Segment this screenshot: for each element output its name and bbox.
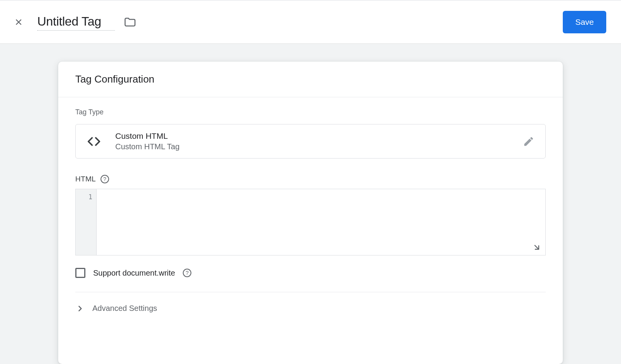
svg-line-0 (535, 245, 539, 249)
code-icon (87, 134, 101, 149)
content-area: Tag Configuration Tag Type Custom HTML C… (0, 44, 621, 364)
support-document-write-row: Support document.write ? (75, 268, 546, 292)
tag-type-text: Custom HTML Custom HTML Tag (115, 131, 523, 151)
title-container (37, 14, 563, 31)
editor-gutter: 1 (76, 189, 97, 255)
advanced-settings-label: Advanced Settings (92, 304, 157, 313)
html-help-button[interactable]: ? (101, 175, 109, 183)
html-code-editor[interactable]: 1 (75, 189, 546, 255)
advanced-settings-toggle[interactable]: Advanced Settings (75, 292, 546, 324)
card-body: Tag Type Custom HTML Custom HTML Tag HTM… (58, 97, 563, 324)
close-icon (14, 17, 24, 27)
card-header: Tag Configuration (58, 62, 563, 97)
tag-configuration-card: Tag Configuration Tag Type Custom HTML C… (58, 62, 563, 364)
save-button[interactable]: Save (563, 11, 606, 33)
editor-resize-handle[interactable] (532, 243, 541, 252)
tag-type-selector[interactable]: Custom HTML Custom HTML Tag (75, 124, 546, 159)
document-write-help-button[interactable]: ? (183, 269, 191, 277)
tag-type-label: Tag Type (75, 108, 546, 116)
edit-tag-type-button[interactable] (523, 136, 534, 147)
html-label-row: HTML ? (75, 175, 546, 183)
tag-type-description: Custom HTML Tag (115, 142, 523, 151)
line-number: 1 (76, 193, 92, 201)
tag-type-name: Custom HTML (115, 131, 523, 141)
close-button[interactable] (9, 13, 28, 31)
support-document-write-label: Support document.write (93, 269, 175, 278)
folder-button[interactable] (123, 16, 137, 29)
html-section-label: HTML (75, 175, 96, 183)
chevron-right-icon (76, 305, 84, 312)
help-icon: ? (186, 270, 189, 276)
support-document-write-checkbox[interactable] (75, 268, 85, 278)
tag-name-input[interactable] (37, 14, 115, 31)
help-icon: ? (103, 176, 106, 182)
header-bar: Save (0, 0, 621, 44)
folder-icon (123, 16, 137, 29)
resize-arrow-icon (532, 243, 541, 252)
card-title: Tag Configuration (75, 73, 546, 85)
pencil-icon (523, 136, 534, 147)
editor-body[interactable] (97, 189, 545, 255)
